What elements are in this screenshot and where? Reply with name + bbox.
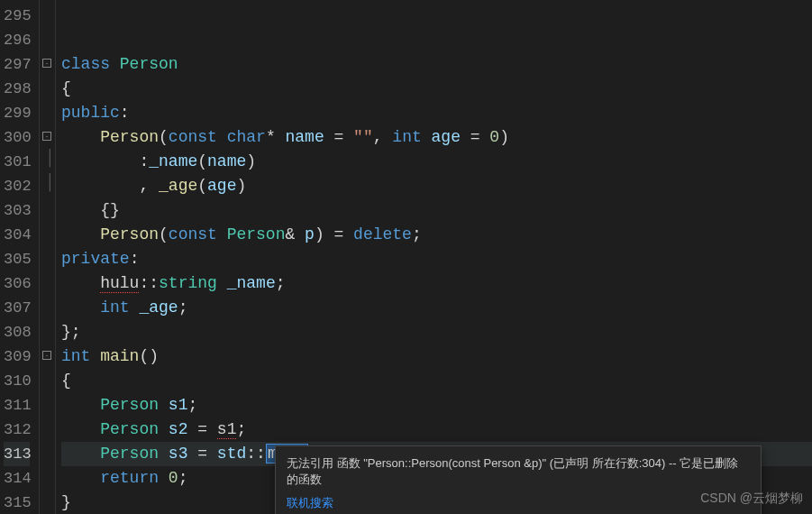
token-indent xyxy=(61,177,139,195)
line-number: 306 xyxy=(4,271,30,296)
token-punc: } xyxy=(61,493,71,511)
fold-marker: │ xyxy=(40,146,55,170)
token-kw: char xyxy=(227,128,266,146)
token-fn: main xyxy=(100,347,139,365)
code-area[interactable]: class Person{public: Person(const char* … xyxy=(56,0,812,514)
token-var: age xyxy=(432,128,461,146)
token-var: _name xyxy=(149,152,197,170)
token-punc: : xyxy=(130,250,140,268)
token-err: s1 xyxy=(217,420,237,439)
code-line[interactable]: int _age; xyxy=(61,296,812,320)
code-line[interactable]: Person s2 = s1; xyxy=(61,418,812,442)
token-indent xyxy=(61,201,100,219)
code-line[interactable]: hulu::string _name; xyxy=(61,271,812,296)
code-line[interactable]: { xyxy=(61,369,812,393)
line-number: 301 xyxy=(4,150,30,174)
tooltip-search-link[interactable]: 联机搜索 xyxy=(287,495,750,511)
fold-marker[interactable]: - xyxy=(40,122,55,146)
code-line[interactable]: }; xyxy=(61,320,812,344)
token-var: s2 xyxy=(169,420,188,438)
fold-marker xyxy=(40,195,55,219)
token-num: 0 xyxy=(169,469,178,487)
token-indent xyxy=(61,396,100,414)
token-indent xyxy=(61,469,100,487)
fold-marker xyxy=(40,292,55,317)
code-line[interactable]: public: xyxy=(61,101,812,125)
token-indent xyxy=(61,152,139,170)
code-line[interactable]: private: xyxy=(61,247,812,271)
fold-marker: │ xyxy=(40,170,55,195)
token-punc: { xyxy=(61,79,71,97)
code-line[interactable]: class Person xyxy=(61,52,812,77)
token-punc: () xyxy=(139,347,159,365)
token-num: 0 xyxy=(489,128,499,146)
token-kw: int xyxy=(61,347,100,365)
token-punc: ) xyxy=(499,128,509,146)
code-line[interactable]: :_name(name) xyxy=(61,150,812,174)
code-line[interactable] xyxy=(61,28,812,52)
line-number: 299 xyxy=(4,101,30,125)
token-kw: int xyxy=(100,298,139,317)
code-editor[interactable]: 2952962972982993003013023033043053063073… xyxy=(0,0,812,514)
token-var: _age xyxy=(139,298,178,317)
token-op xyxy=(217,274,227,292)
token-op: = xyxy=(187,420,216,438)
token-type: Person xyxy=(227,225,286,243)
token-var: s3 xyxy=(169,445,188,463)
token-punc: {} xyxy=(100,201,120,219)
token-var: age xyxy=(207,177,236,195)
line-number: 312 xyxy=(4,418,30,442)
line-number: 302 xyxy=(4,174,30,198)
code-line[interactable]: Person(const char* name = "", int age = … xyxy=(61,125,812,150)
token-fn: _age xyxy=(159,177,197,195)
line-number: 315 xyxy=(4,491,30,514)
token-kw: const xyxy=(169,225,227,243)
token-type: Person xyxy=(100,420,159,438)
token-var: _name xyxy=(227,274,276,292)
token-type: Person xyxy=(100,396,159,414)
error-tooltip: 无法引用 函数 "Person::Person(const Person &p)… xyxy=(275,445,762,514)
token-op: & xyxy=(285,225,305,243)
line-number: 298 xyxy=(4,77,30,101)
line-number: 300 xyxy=(4,125,30,150)
fold-marker xyxy=(40,463,55,487)
line-number-gutter: 2952962972982993003013023033043053063073… xyxy=(0,0,40,514)
token-kw: public xyxy=(61,104,120,122)
fold-marker xyxy=(40,438,55,463)
token-punc: ; xyxy=(276,274,286,292)
token-kw: private xyxy=(61,250,130,268)
line-number: 304 xyxy=(4,223,30,247)
fold-marker xyxy=(40,414,55,438)
token-punc: ) = xyxy=(315,225,353,243)
token-type: Person xyxy=(100,445,159,463)
token-type: Person xyxy=(120,55,178,73)
fold-marker[interactable]: - xyxy=(40,49,55,73)
line-number: 295 xyxy=(4,4,30,28)
token-punc: ) xyxy=(236,177,246,195)
line-number: 297 xyxy=(4,52,30,77)
code-line[interactable]: int main() xyxy=(61,344,812,369)
fold-marker xyxy=(40,219,55,243)
fold-marker xyxy=(40,243,55,268)
token-op xyxy=(159,420,169,438)
token-op: * xyxy=(266,128,286,146)
token-var: name xyxy=(285,128,324,146)
code-line[interactable]: Person(const Person& p) = delete; xyxy=(61,223,812,247)
code-line[interactable]: , _age(age) xyxy=(61,174,812,198)
watermark: CSDN @云烟梦柳 xyxy=(700,491,803,507)
code-line[interactable]: {} xyxy=(61,198,812,223)
token-op: = xyxy=(461,128,489,146)
token-punc: ( xyxy=(197,152,207,170)
token-op xyxy=(159,445,169,463)
fold-marker xyxy=(40,97,55,122)
fold-gutter[interactable]: --││- xyxy=(40,0,56,514)
code-line[interactable]: { xyxy=(61,77,812,101)
code-line[interactable] xyxy=(61,4,812,28)
token-var: std xyxy=(217,445,246,463)
fold-marker[interactable]: - xyxy=(40,341,55,365)
token-punc: ; xyxy=(412,225,422,243)
token-op: = xyxy=(187,445,216,463)
code-line[interactable]: Person s1; xyxy=(61,393,812,418)
token-indent xyxy=(61,298,100,317)
fold-marker xyxy=(40,390,55,414)
